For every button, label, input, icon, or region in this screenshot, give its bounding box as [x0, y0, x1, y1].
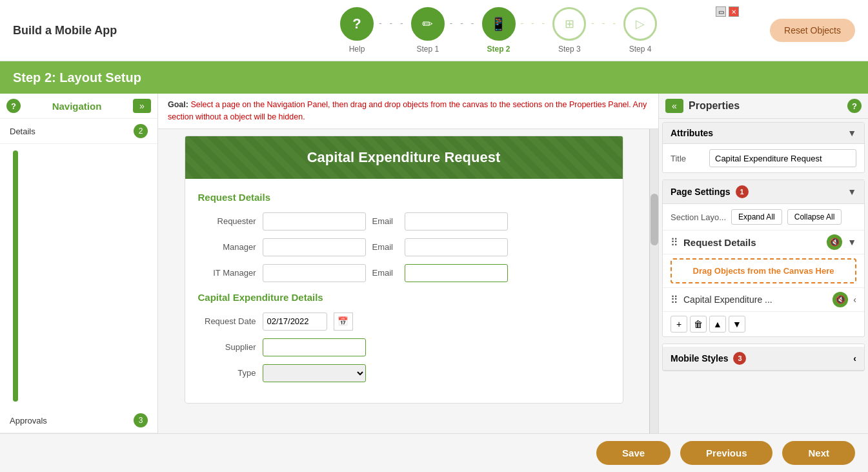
nav-expand-button[interactable]: » [133, 99, 151, 113]
cap-chevron-button[interactable]: ‹ [853, 294, 856, 305]
page-settings-label: Page Settings [671, 187, 731, 197]
type-label: Type [198, 368, 256, 378]
form-card: Capital Expenditure Request Request Deta… [185, 136, 623, 404]
close-button[interactable]: ✕ [729, 6, 739, 17]
steps-container: ? Help - - - ✏ Step 1 - - - 📱 Step 2 - -… [142, 7, 855, 54]
section2-title: Capital Expenditure Details [198, 292, 610, 303]
nav-item-approvals[interactable]: Approvals 3 [0, 408, 157, 433]
req-details-row: ⠿ Request Details 🔇 ▼ [663, 231, 864, 254]
save-button[interactable]: Save [596, 441, 671, 465]
step2-icon: 📱 [490, 16, 507, 32]
manager-email-label: Email [372, 242, 398, 252]
minimize-button[interactable]: ▭ [716, 6, 726, 17]
nav-help-button[interactable]: ? [6, 99, 21, 113]
nav-approvals-label: Approvals [10, 416, 134, 426]
cap-add-button[interactable]: + [671, 316, 687, 333]
step-1[interactable]: ✏ Step 1 [411, 7, 445, 54]
step-help-label: Help [349, 45, 365, 54]
cap-exp-title: Capital Expenditure ... [683, 294, 827, 305]
props-title: Properties [689, 100, 842, 112]
date-input[interactable] [263, 313, 327, 331]
cap-down-button[interactable]: ▼ [729, 316, 745, 333]
step-3[interactable]: ⊞ Step 3 [552, 7, 586, 54]
step-4-circle: ▷ [623, 7, 657, 41]
requester-email-input[interactable] [405, 212, 508, 231]
page-settings-chevron-icon: ▼ [847, 187, 856, 197]
cap-delete-button[interactable]: 🗑 [690, 316, 707, 333]
step-header: Step 2: Layout Setup [0, 61, 868, 94]
type-row: Type [198, 364, 610, 382]
step-dash-1: - - - [379, 18, 406, 28]
scroll-track[interactable] [649, 129, 658, 434]
step-2[interactable]: 📱 Step 2 [482, 7, 516, 54]
requester-label: Requester [198, 216, 256, 226]
nav-separator [13, 150, 18, 402]
reset-objects-button[interactable]: Reset Objects [770, 19, 855, 42]
manager-input[interactable] [263, 238, 366, 256]
step-dash-4: - - - [591, 18, 618, 28]
mobile-styles-chevron-icon: ‹ [853, 353, 856, 364]
previous-button[interactable]: Previous [680, 441, 772, 465]
it-manager-label: IT Manager [198, 268, 256, 278]
nav-details-badge: 2 [134, 124, 148, 138]
form-card-title: Capital Expenditure Request [198, 149, 610, 166]
calendar-button[interactable]: 📅 [334, 313, 353, 331]
type-select[interactable] [263, 364, 366, 382]
attributes-header[interactable]: Attributes ▼ [663, 123, 864, 144]
requester-row: Requester Email [198, 212, 610, 231]
top-bar: Build a Mobile App ? Help - - - ✏ Step 1… [0, 0, 868, 61]
collapse-all-button[interactable]: Collapse All [787, 209, 842, 225]
cap-exp-row: ⠿ Capital Expenditure ... 🔇 ‹ [663, 287, 864, 312]
step1-icon: ✏ [422, 16, 433, 32]
props-help-button[interactable]: ? [847, 99, 862, 113]
manager-label: Manager [198, 242, 256, 252]
page-settings-badge: 1 [736, 185, 749, 198]
page-settings-section: Page Settings 1 ▼ Section Layo... Expand… [662, 180, 865, 337]
props-header: « Properties ? [659, 94, 868, 119]
req-details-mute-button[interactable]: 🔇 [827, 234, 842, 250]
cap-grid-icon: ⠿ [671, 294, 678, 306]
attributes-label: Attributes [671, 128, 713, 138]
nav-panel: ? Navigation » Details 2 Approvals 3 [0, 94, 158, 433]
props-back-button[interactable]: « [665, 99, 683, 113]
main-layout: ? Navigation » Details 2 Approvals 3 Goa… [0, 94, 868, 433]
step-2-circle: 📱 [482, 7, 516, 41]
nav-item-details[interactable]: Details 2 [0, 119, 157, 144]
expand-all-button[interactable]: Expand All [731, 209, 782, 225]
it-manager-email-input[interactable] [405, 264, 508, 282]
step4-icon: ▷ [636, 17, 645, 31]
section-layout-row: Section Layo... Expand All Collapse All [663, 204, 864, 231]
step-4[interactable]: ▷ Step 4 [623, 7, 657, 54]
manager-email-input[interactable] [405, 238, 508, 256]
goal-prefix: Goal: [168, 100, 188, 109]
window-controls: ▭ ✕ [716, 6, 739, 17]
drag-zone[interactable]: Drag Objects from the Canvas Here [671, 258, 856, 283]
step-help[interactable]: ? Help [340, 7, 374, 54]
step-3-circle: ⊞ [552, 7, 586, 41]
step-dash-2: - - - [450, 18, 477, 28]
grid-icon: ⠿ [671, 236, 678, 249]
attr-title-input[interactable] [709, 149, 856, 167]
it-manager-row: IT Manager Email [198, 264, 610, 282]
section1-title: Request Details [198, 192, 610, 203]
attributes-chevron-icon: ▼ [847, 128, 856, 138]
cap-up-button[interactable]: ▲ [709, 316, 726, 333]
properties-panel: « Properties ? Attributes ▼ Title Page S… [658, 94, 868, 433]
req-details-chevron-button[interactable]: ▼ [847, 237, 856, 247]
supplier-row: Supplier [198, 338, 610, 356]
mobile-styles-header[interactable]: Mobile Styles 3 ‹ [663, 347, 864, 371]
cap-mute-button[interactable]: 🔇 [833, 292, 848, 307]
mobile-styles-label: Mobile Styles [671, 353, 728, 364]
date-row: Request Date 📅 [198, 313, 610, 331]
supplier-input[interactable] [263, 338, 366, 356]
mobile-styles-badge: 3 [733, 352, 746, 365]
manager-row: Manager Email [198, 238, 610, 256]
next-button[interactable]: Next [782, 441, 855, 465]
requester-input[interactable] [263, 212, 366, 231]
nav-approvals-badge: 3 [134, 413, 148, 427]
it-manager-input[interactable] [263, 264, 366, 282]
page-settings-header[interactable]: Page Settings 1 ▼ [663, 180, 864, 204]
goal-bar: Goal: Select a page on the Navigation Pa… [158, 94, 658, 129]
step-1-label: Step 1 [416, 45, 439, 54]
canvas-area: Goal: Select a page on the Navigation Pa… [158, 94, 658, 433]
